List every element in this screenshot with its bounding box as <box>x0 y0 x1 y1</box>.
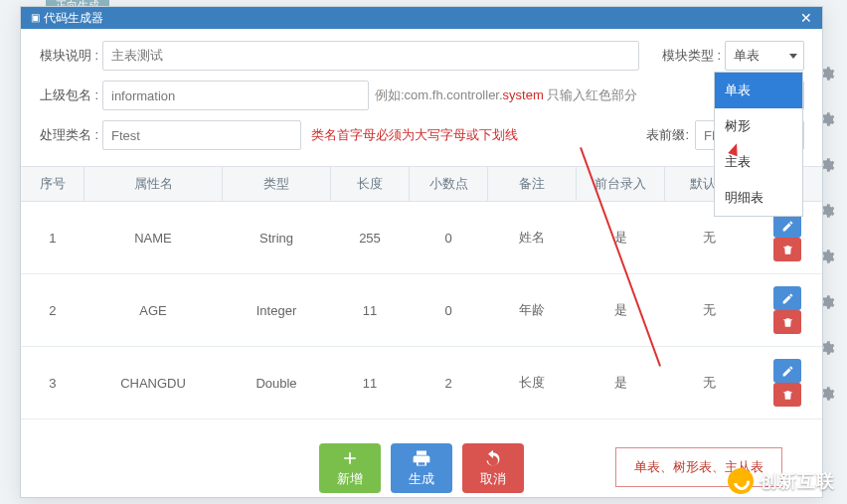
undo-icon <box>483 448 503 468</box>
add-button[interactable]: 新增 <box>319 443 381 493</box>
table-prefix-label: 表前缀: <box>646 126 689 144</box>
option-detail[interactable]: 明细表 <box>715 180 802 216</box>
delete-button[interactable] <box>773 383 801 407</box>
watermark: 创新互联 <box>728 468 835 494</box>
watermark-text: 创新互联 <box>760 469 835 493</box>
trash-icon <box>781 389 794 402</box>
cell-type: Integer <box>223 274 331 347</box>
window-icon: ▣ <box>31 7 40 29</box>
edit-icon <box>781 292 794 305</box>
class-name-input[interactable] <box>102 120 301 150</box>
module-type-selected-value: 单表 <box>734 48 760 63</box>
cell-seq: 2 <box>21 274 85 347</box>
parent-pkg-input[interactable] <box>102 81 369 110</box>
cell-def: 无 <box>665 274 754 347</box>
cell-actions <box>754 347 823 420</box>
edit-button[interactable] <box>773 286 801 310</box>
table-header-row: 序号 属性名 类型 长度 小数点 备注 前台录入 默认值 操作 <box>21 167 822 202</box>
cell-fe: 是 <box>577 347 665 420</box>
cell-remark: 年龄 <box>488 274 577 347</box>
plus-icon <box>340 448 360 468</box>
delete-button[interactable] <box>773 238 801 261</box>
cell-name: CHANGDU <box>85 347 223 420</box>
chevron-down-icon <box>789 54 797 59</box>
class-name-label: 处理类名 : <box>39 126 102 144</box>
cell-name: NAME <box>85 202 223 274</box>
cell-type: Double <box>223 347 331 420</box>
modal-title: 代码生成器 <box>44 7 103 29</box>
cell-fe: 是 <box>577 202 665 274</box>
cell-dec: 0 <box>410 202 488 274</box>
footer: 新增 生成 取消 单表、树形表、主从表 <box>21 420 822 503</box>
module-type-label: 模块类型 : <box>662 47 721 65</box>
fields-table: 序号 属性名 类型 长度 小数点 备注 前台录入 默认值 操作 1 NAME S… <box>21 166 822 420</box>
col-fe: 前台录入 <box>577 167 665 202</box>
parent-pkg-label: 上级包名 : <box>39 86 102 104</box>
table-row: 3 CHANGDU Double 11 2 长度 是 无 <box>21 347 822 420</box>
delete-button[interactable] <box>773 310 801 334</box>
add-button-label: 新增 <box>337 470 363 488</box>
cell-remark: 长度 <box>488 347 577 420</box>
table-row: 1 NAME String 255 0 姓名 是 无 <box>21 202 822 274</box>
cell-len: 255 <box>331 202 410 274</box>
module-desc-input[interactable] <box>102 41 639 71</box>
option-single[interactable]: 单表 <box>715 73 802 108</box>
module-type-options: 单表 树形 主表 明细表 <box>714 72 803 217</box>
module-desc-label: 模块说明 : <box>39 47 102 65</box>
generate-button-label: 生成 <box>409 470 434 488</box>
col-seq: 序号 <box>21 167 85 202</box>
col-type: 类型 <box>223 167 331 202</box>
col-length: 长度 <box>331 167 410 202</box>
cell-fe: 是 <box>577 274 665 347</box>
cell-name: AGE <box>85 274 223 347</box>
module-type-select[interactable]: 单表 单表 树形 主表 明细表 <box>725 41 804 71</box>
edit-icon <box>781 365 794 378</box>
cancel-button-label: 取消 <box>480 470 506 488</box>
modal: ▣ 代码生成器 ✕ 模块说明 : 模块类型 : 单表 单表 树形 主表 明细表 <box>20 6 823 498</box>
watermark-logo-icon <box>728 468 754 494</box>
edit-icon <box>781 220 794 233</box>
trash-icon <box>781 244 794 256</box>
close-icon[interactable]: ✕ <box>800 7 812 29</box>
col-attr: 属性名 <box>85 167 223 202</box>
edit-button[interactable] <box>773 359 801 383</box>
option-main[interactable]: 主表 <box>715 144 802 180</box>
titlebar: ▣ 代码生成器 ✕ <box>21 7 822 29</box>
cell-dec: 0 <box>410 274 488 347</box>
col-decimal: 小数点 <box>410 167 488 202</box>
cell-type: String <box>223 202 331 274</box>
cell-def: 无 <box>665 347 754 420</box>
print-icon <box>412 448 431 468</box>
table-row: 2 AGE Integer 11 0 年龄 是 无 <box>21 274 822 347</box>
cell-dec: 2 <box>410 347 488 420</box>
cancel-button[interactable]: 取消 <box>462 443 524 493</box>
cell-actions <box>754 274 823 347</box>
cell-remark: 姓名 <box>488 202 577 274</box>
trash-icon <box>781 316 794 329</box>
cell-seq: 1 <box>21 202 85 274</box>
class-name-hint: 类名首字母必须为大写字母或下划线 <box>311 126 518 144</box>
cell-len: 11 <box>331 274 410 347</box>
cell-seq: 3 <box>21 347 85 420</box>
form-area: 模块说明 : 模块类型 : 单表 单表 树形 主表 明细表 上级包名 : <box>21 29 822 166</box>
edit-button[interactable] <box>773 214 801 238</box>
pkg-hint: 例如:com.fh.controller.system 只输入红色部分 <box>375 86 637 104</box>
col-remark: 备注 <box>488 167 577 202</box>
cell-len: 11 <box>331 347 410 420</box>
generate-button[interactable]: 生成 <box>391 443 452 493</box>
option-tree[interactable]: 树形 <box>715 108 802 144</box>
